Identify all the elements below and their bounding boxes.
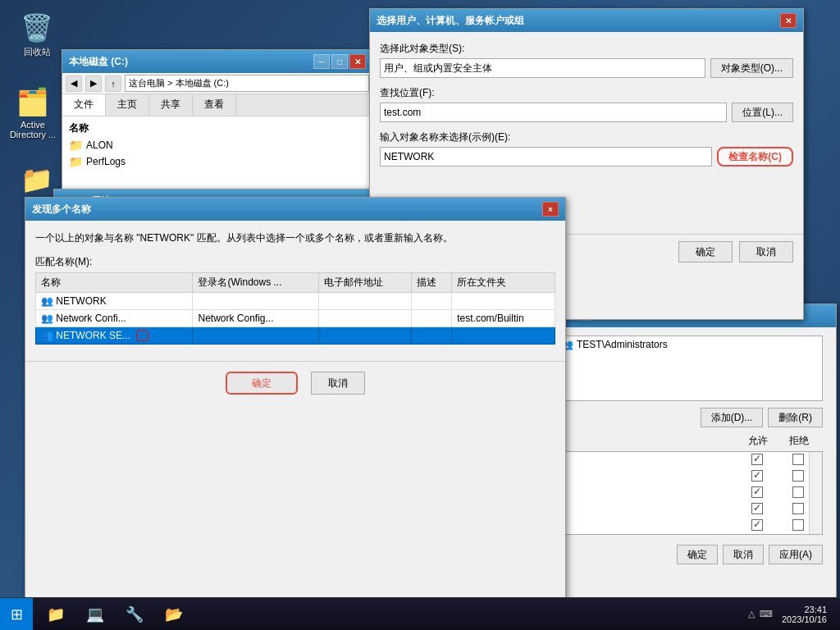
- select-user-cancel[interactable]: 取消: [739, 241, 793, 262]
- select-user-title: 选择用户、计算机、服务帐户或组: [377, 14, 780, 28]
- location-input[interactable]: [380, 103, 727, 122]
- perm-row-4: [556, 501, 822, 518]
- start-button[interactable]: ⊞: [0, 598, 33, 631]
- match-row-3-name: 👥 NETWORK SE... ···: [36, 327, 193, 345]
- location-btn[interactable]: 位置(L)...: [732, 103, 793, 122]
- match-row-1-desc: [411, 293, 451, 310]
- perms-header-row: 允许 拒绝: [555, 434, 823, 448]
- allow-check-5[interactable]: [751, 519, 763, 531]
- file-explorer-minimize[interactable]: ─: [313, 54, 330, 69]
- match-row-2-login: Network Config...: [193, 310, 318, 327]
- file-item-perflogs-name: PerfLogs: [86, 156, 126, 167]
- select-user-controls: ✕: [780, 13, 797, 28]
- deny-check-4[interactable]: [792, 503, 804, 514]
- perm-row-1: [556, 452, 822, 468]
- allow-check-2[interactable]: [751, 470, 763, 482]
- security-item-admins[interactable]: 👥 TEST\Administrators: [558, 338, 820, 351]
- file-explorer-close[interactable]: ✕: [349, 54, 366, 69]
- match-row-1-login: [193, 293, 318, 310]
- col-name: 名称: [36, 273, 193, 293]
- file-item-perflogs[interactable]: 📁 PerfLogs: [66, 153, 369, 170]
- active-directory-icon[interactable]: 🗂️ Active Directory ...: [4, 82, 62, 143]
- file-explorer-titlebar: 本地磁盘 (C:) ─ □ ✕: [62, 50, 372, 73]
- tab-view[interactable]: 查看: [193, 94, 236, 116]
- allow-check-1[interactable]: [751, 454, 763, 465]
- col-folder: 所在文件夹: [452, 273, 555, 293]
- desktop: 🗑️ 回收站 🗂️ Active Directory ... 📁 本地磁盘 (C…: [0, 0, 840, 630]
- match-row-3-folder: [452, 327, 555, 345]
- tab-home[interactable]: 主页: [106, 94, 149, 116]
- folder-alon-icon: 📁: [69, 139, 83, 152]
- file-list: 名称 📁 ALON 📁 PerfLogs: [62, 116, 372, 173]
- find-multiple-close[interactable]: ×: [542, 202, 559, 217]
- security-ok[interactable]: 确定: [677, 545, 718, 564]
- deny-check-3[interactable]: [792, 486, 804, 498]
- match-row-1-folder: [452, 293, 555, 310]
- security-admins-name: TEST\Administrators: [577, 339, 668, 350]
- add-btn[interactable]: 添加(D)...: [701, 408, 764, 427]
- find-description: 一个以上的对象与名称 "NETWORK" 匹配。从列表中选择一个或多个名称，或者…: [35, 231, 555, 245]
- match-table: 名称 登录名(Windows ... 电子邮件地址 描述 所在文件夹 👥 NET…: [35, 272, 555, 345]
- deny-check-1[interactable]: [792, 454, 804, 465]
- allow-check-3[interactable]: [751, 486, 763, 498]
- recycle-bin-label: 回收站: [24, 46, 51, 58]
- taskbar-computer[interactable]: 💻: [77, 600, 113, 629]
- deny-check-2[interactable]: [792, 470, 804, 482]
- find-ok-btn[interactable]: 确定: [226, 372, 298, 395]
- security-apply[interactable]: 应用(A): [769, 545, 823, 564]
- match-row-2-desc: [411, 310, 451, 327]
- selected-indicator: ···: [136, 331, 148, 341]
- tab-share[interactable]: 共享: [149, 94, 193, 116]
- scrollbar[interactable]: [809, 452, 822, 534]
- find-dialog-body: 一个以上的对象与名称 "NETWORK" 匹配。从列表中选择一个或多个名称，或者…: [25, 221, 565, 354]
- check-names-btn[interactable]: 检查名称(C): [717, 147, 793, 167]
- nav-up[interactable]: ↑: [105, 75, 121, 92]
- select-user-ok[interactable]: 确定: [678, 241, 733, 262]
- object-type-input[interactable]: [380, 58, 705, 78]
- taskbar-explorer[interactable]: 📁: [38, 600, 74, 629]
- active-directory-label: Active Directory ...: [7, 120, 58, 139]
- folder-perflogs-icon: 📁: [69, 155, 83, 168]
- taskbar-tools[interactable]: 🔧: [116, 600, 153, 629]
- tab-file[interactable]: 文件: [62, 94, 106, 116]
- nav-back[interactable]: ◀: [66, 75, 82, 92]
- taskbar-clock[interactable]: 23:41 2023/10/16: [782, 605, 833, 624]
- match-row-3[interactable]: 👥 NETWORK SE... ···: [36, 327, 555, 345]
- find-cancel-btn[interactable]: 取消: [311, 372, 365, 395]
- security-cancel[interactable]: 取消: [723, 545, 764, 564]
- file-explorer-controls: ─ □ ✕: [313, 54, 366, 69]
- match-row-1-name: 👥 NETWORK: [36, 293, 193, 310]
- remove-btn[interactable]: 删除(R): [768, 408, 823, 427]
- enter-name-input[interactable]: [380, 147, 712, 167]
- recycle-bin-icon[interactable]: 🗑️ 回收站: [8, 8, 66, 62]
- location-group: 查找位置(F): 位置(L)...: [380, 86, 793, 122]
- taskbar-tray: △ ⌨: [739, 609, 782, 619]
- file-item-alon[interactable]: 📁 ALON: [66, 137, 369, 153]
- object-type-btn[interactable]: 对象类型(O)...: [710, 58, 793, 78]
- address-bar[interactable]: 这台电脑 > 本地磁盘 (C:): [125, 75, 369, 92]
- col-login: 登录名(Windows ...: [193, 273, 318, 293]
- match-row-2-icon: 👥: [41, 313, 53, 324]
- find-multiple-controls: ×: [542, 202, 559, 217]
- taskbar-folder2[interactable]: 📂: [156, 600, 192, 629]
- find-footer: 确定 取消: [25, 361, 565, 404]
- clock-time: 23:41: [782, 605, 827, 614]
- nav-forward[interactable]: ▶: [85, 75, 102, 92]
- file-explorer-title: 本地磁盘 (C:): [69, 55, 313, 69]
- find-multiple-titlebar: 发现多个名称 ×: [25, 198, 565, 221]
- deny-check-5[interactable]: [792, 519, 804, 531]
- security-users-list: 👥 TEST\Administrators: [555, 336, 823, 401]
- object-type-row: 对象类型(O)...: [380, 58, 793, 78]
- folder-desktop-img: 📁: [21, 163, 53, 196]
- allow-check-4[interactable]: [751, 503, 763, 514]
- match-row-3-login: [193, 327, 318, 345]
- select-user-body: 选择此对象类型(S): 对象类型(O)... 查找位置(F): 位置(L)...…: [370, 32, 803, 185]
- match-row-1[interactable]: 👥 NETWORK: [36, 293, 555, 310]
- security-footer: 确定 取消 应用(A): [549, 538, 829, 571]
- match-row-2[interactable]: 👥 Network Confi... Network Config... tes…: [36, 310, 555, 327]
- match-row-2-name: 👥 Network Confi...: [36, 310, 193, 327]
- taskbar-items: 📁 💻 🔧 📂: [33, 600, 739, 629]
- file-explorer-maximize[interactable]: □: [331, 54, 348, 69]
- clock-date: 2023/10/16: [782, 614, 827, 624]
- select-user-close[interactable]: ✕: [780, 13, 797, 28]
